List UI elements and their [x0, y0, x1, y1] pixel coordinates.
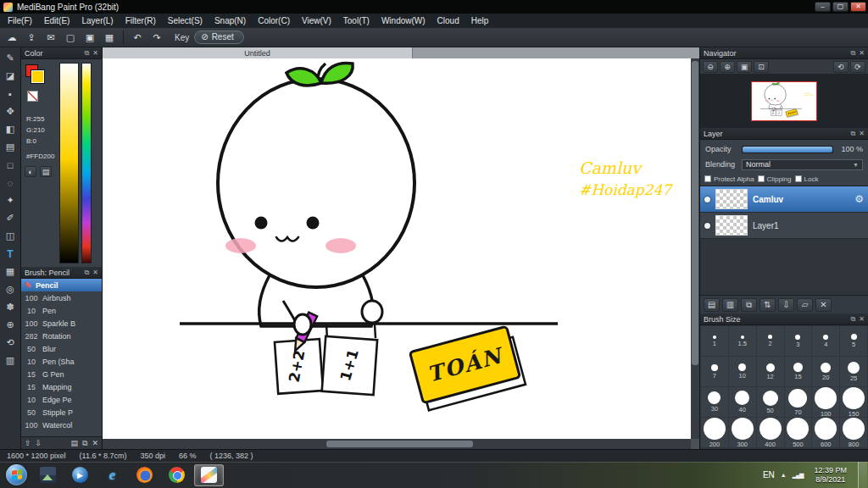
- actual-pixels-icon[interactable]: ⊡: [754, 61, 769, 73]
- brush-item-pencil[interactable]: ✎ Pencil: [21, 279, 102, 291]
- menu-edit[interactable]: Edit(E): [38, 14, 76, 28]
- brush-size-option[interactable]: 5: [840, 326, 867, 356]
- tray-expand-icon[interactable]: ▲: [781, 472, 787, 478]
- chrome-taskbar-button[interactable]: [162, 464, 192, 486]
- comment-icon[interactable]: ✉: [42, 30, 60, 46]
- reset-button[interactable]: ⊘ Reset: [194, 30, 244, 44]
- brush-item[interactable]: 100 Airbrush: [21, 291, 102, 304]
- horizontal-scrollbar-thumb[interactable]: [326, 441, 474, 447]
- menu-color[interactable]: Color(C): [252, 14, 296, 28]
- show-desktop-button[interactable]: [858, 462, 867, 488]
- transfer-layer-icon[interactable]: ⇅: [760, 298, 776, 312]
- dot-tool-button[interactable]: ▪: [2, 86, 19, 102]
- color-wheel-icon[interactable]: ◐: [25, 166, 36, 177]
- zoom-out-icon[interactable]: ⊖: [703, 61, 718, 73]
- select-pen-tool-button[interactable]: ✐: [2, 210, 19, 226]
- color-sliders-icon[interactable]: ▤: [40, 166, 52, 177]
- rotate-tool-button[interactable]: ⟲: [2, 335, 19, 351]
- brush-item[interactable]: 50 Stipple P: [21, 406, 102, 419]
- popout-icon[interactable]: ⧉: [85, 49, 90, 58]
- rotate-left-icon[interactable]: ⟲: [833, 61, 849, 73]
- hand-tool-button[interactable]: ✽: [2, 299, 19, 315]
- brush-item[interactable]: 15 G Pen: [21, 368, 102, 380]
- media-player-taskbar-button[interactable]: ▶: [65, 464, 95, 486]
- save-icon[interactable]: ▣: [81, 30, 99, 46]
- duplicate-layer-icon[interactable]: ⧉: [741, 298, 757, 312]
- layer-visibility-icon[interactable]: [704, 197, 710, 202]
- brush-size-option[interactable]: 1: [701, 326, 728, 356]
- fill-tool-button[interactable]: ◧: [2, 121, 19, 137]
- brush-item[interactable]: 50 Blur: [21, 342, 102, 355]
- menu-filter[interactable]: Filter(R): [120, 14, 162, 28]
- lock-checkbox[interactable]: [795, 175, 802, 182]
- network-icon[interactable]: ▂▄▆: [793, 472, 804, 479]
- menu-help[interactable]: Help: [465, 14, 495, 28]
- gear-icon[interactable]: ⚙: [854, 193, 864, 205]
- close-button[interactable]: ✕: [850, 2, 866, 12]
- add-folder-icon[interactable]: ▥: [722, 298, 738, 312]
- document-tab-untitled[interactable]: Untitled: [103, 47, 413, 58]
- undo-button[interactable]: ↶: [128, 30, 147, 46]
- menu-tool[interactable]: Tool(T): [337, 14, 376, 28]
- brush-down-icon[interactable]: ⇩: [36, 439, 42, 447]
- brush-size-option[interactable]: 20: [812, 357, 839, 386]
- brush-item[interactable]: 15 Mapping: [21, 380, 102, 393]
- maximize-button[interactable]: ▢: [832, 2, 849, 12]
- internet-explorer-taskbar-button[interactable]: e: [97, 464, 127, 486]
- foreground-color-swatch[interactable]: [31, 70, 44, 83]
- cloud-icon[interactable]: ☁: [3, 30, 21, 46]
- horizontal-scrollbar[interactable]: [103, 439, 691, 449]
- select-eraser-tool-button[interactable]: ◫: [2, 228, 19, 244]
- brush-size-option[interactable]: 1.5: [729, 326, 756, 356]
- layer-visibility-icon[interactable]: [704, 223, 710, 229]
- lasso-tool-button[interactable]: ◌: [2, 175, 19, 191]
- saturation-value-picker[interactable]: [59, 63, 79, 263]
- brush-size-option[interactable]: 70: [785, 387, 812, 417]
- popout-icon[interactable]: ⧉: [851, 315, 856, 324]
- brush-up-icon[interactable]: ⇧: [25, 439, 31, 447]
- menu-snap[interactable]: Snap(N): [209, 14, 252, 28]
- brush-size-option[interactable]: 300: [729, 418, 756, 447]
- brush-item[interactable]: 10 Pen: [21, 304, 102, 317]
- layer-row-layer1[interactable]: Layer1: [700, 213, 868, 239]
- brush-size-option[interactable]: 600: [812, 418, 839, 447]
- firefox-taskbar-button[interactable]: [130, 464, 159, 486]
- brush-size-option[interactable]: 12: [757, 357, 784, 386]
- artwork-drawing[interactable]: [103, 58, 691, 439]
- language-indicator[interactable]: EN: [763, 470, 775, 480]
- opacity-slider[interactable]: [742, 146, 833, 153]
- brush-size-option[interactable]: 10: [729, 357, 756, 386]
- brush-size-option[interactable]: 800: [840, 418, 867, 447]
- delete-layer-icon[interactable]: ✕: [815, 298, 832, 312]
- brush-size-option[interactable]: 50: [757, 387, 784, 417]
- taskbar-clock[interactable]: 12:39 PM 8/9/2021: [809, 466, 852, 485]
- brush-size-option[interactable]: 400: [757, 418, 784, 447]
- brush-item[interactable]: 100 Sparkle B: [21, 317, 102, 330]
- medibang-taskbar-button[interactable]: [194, 464, 224, 486]
- brush-item[interactable]: 10 Edge Pe: [21, 393, 102, 406]
- start-button[interactable]: [6, 464, 27, 485]
- duplicate-brush-icon[interactable]: ⧉: [82, 439, 87, 448]
- close-icon[interactable]: ✕: [859, 315, 865, 323]
- eyedropper-tool-button[interactable]: ◎: [2, 281, 19, 297]
- menu-file[interactable]: File(F): [2, 14, 38, 28]
- menu-layer[interactable]: Layer(L): [75, 14, 119, 28]
- brush-size-option[interactable]: 15: [785, 357, 812, 386]
- frame-tool-button[interactable]: ▦: [2, 263, 19, 280]
- brush-size-option[interactable]: 7: [701, 357, 728, 386]
- brush-size-option[interactable]: 2: [757, 326, 784, 356]
- navigator-thumbnail[interactable]: [751, 81, 817, 121]
- fit-window-icon[interactable]: ▣: [737, 61, 752, 73]
- layer-row-camluv[interactable]: Camluv ⚙: [700, 186, 868, 213]
- menu-cloud[interactable]: Cloud: [431, 14, 465, 28]
- brush-size-option[interactable]: 150: [840, 387, 867, 417]
- brush-item[interactable]: 10 Pen (Sha: [21, 355, 102, 368]
- add-layer-icon[interactable]: ▤: [704, 298, 720, 312]
- protect-alpha-checkbox[interactable]: [704, 175, 711, 182]
- vertical-scrollbar[interactable]: [691, 58, 699, 439]
- zoom-tool-button[interactable]: ⊕: [2, 317, 19, 333]
- brush-size-option[interactable]: 200: [701, 418, 728, 447]
- new-canvas-icon[interactable]: ▢: [61, 30, 80, 46]
- brush-size-option[interactable]: 3: [785, 326, 812, 356]
- clear-layer-icon[interactable]: ▱: [797, 298, 813, 312]
